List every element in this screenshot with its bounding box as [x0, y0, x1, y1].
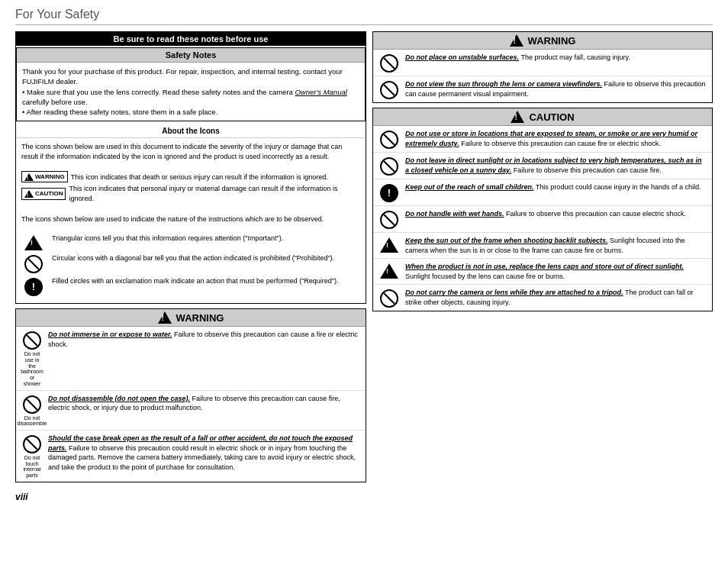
safety-notes-content: Thank you for your purchase of this prod… [17, 63, 365, 121]
caution-icon-3: ! [378, 182, 401, 202]
caution-triangle-6 [380, 263, 398, 279]
warning-bold-1: Do not immerse in or expose to water. [48, 331, 172, 338]
about-icons-body: The icons shown below are used in this d… [16, 138, 366, 303]
caution-desc: This icon indicates that personal injury… [69, 184, 360, 203]
caution-prohibited-7 [380, 289, 398, 308]
right-warning-text-2: Do not view the sun through the lens or … [405, 79, 707, 98]
safety-notes-bullets: Make sure that you use the lens correctl… [22, 87, 359, 118]
warning-triangle-icon [24, 173, 34, 181]
left-column: Be sure to read these notes before use S… [15, 31, 366, 487]
warning-text-3: Should the case break open as the result… [48, 434, 361, 472]
right-warning-text-1: Do not place on unstable surfaces. The p… [405, 53, 630, 63]
caution-header-label-right: CAUTION [529, 111, 574, 123]
caution-text-5: Keep the sun out of the frame when shoot… [405, 236, 707, 255]
prohibited-icon-w3 [23, 435, 41, 453]
caution-item-6: When the product is not in use, replace … [373, 259, 712, 285]
triangle-type-row: Triangular icons tell you that this info… [21, 234, 360, 250]
right-warning-bold-2: Do not view the sun through the lens or … [405, 80, 602, 88]
bullet-item-1: Make sure that you use the lens correctl… [22, 87, 359, 108]
right-warning-icon-1 [378, 53, 401, 73]
caution-text-1: Do not use or store in locations that ar… [405, 129, 707, 148]
right-warning-item-1: Do not place on unstable surfaces. The p… [373, 50, 712, 76]
warning-header-label-left: WARNING [176, 312, 224, 324]
caution-text-4: Do not handle with wet hands. Failure to… [405, 209, 686, 219]
caution-icon-6 [378, 262, 401, 279]
warning-badge: WARNING [21, 171, 68, 182]
caution-item-7: Do not carry the camera or lens while th… [373, 285, 712, 311]
caution-icon-7 [378, 288, 401, 308]
warning-item-2: Do not disassemble Do not disassemble (d… [16, 391, 366, 431]
warning-body-3: Failure to observe this precaution could… [48, 444, 356, 471]
caution-prohibited-2 [380, 157, 398, 176]
warning-icon-cell-2: Do not disassemble [21, 394, 43, 427]
caution-icon-2 [378, 156, 401, 176]
page-number: viii [15, 492, 713, 502]
caution-icon-4 [378, 209, 401, 229]
warning-header-icon-right [510, 34, 523, 47]
caution-icon-1 [378, 129, 401, 149]
about-icons-section: About the Icons The icons shown below ar… [16, 124, 366, 303]
warning-bold-2: Do not disassemble (do not open the case… [48, 395, 190, 402]
warning-section-left: WARNING Do not use in the bathroom or sh… [15, 308, 366, 482]
safety-notes-title: Safety Notes [17, 48, 365, 63]
triangle-icon-sm [24, 235, 43, 250]
warning-text-2: Do not disassemble (do not open the case… [48, 394, 361, 413]
warning-text-1: Do not immerse in or expose to water. Fa… [48, 330, 361, 349]
triangle-type-icon [21, 234, 46, 250]
triangle-desc: Triangular icons tell you that this info… [52, 234, 283, 244]
prohibited-icon-w1 [23, 331, 41, 350]
right-warning-item-2: Do not view the sun through the lens or … [373, 76, 712, 102]
right-column: WARNING Do not place on unstable surface… [372, 31, 713, 487]
required-type-row: ! Filled circles with an exclamation mar… [21, 276, 360, 296]
caution-item-3: ! Keep out of the reach of small childre… [373, 179, 712, 206]
warning-item-3: Do not touch internal parts Should the c… [16, 431, 366, 482]
caution-header-icon-right [511, 111, 524, 123]
caution-required-3: ! [380, 184, 398, 202]
caution-item-5: Keep the sun out of the frame when shoot… [373, 233, 712, 259]
caution-icon-5 [378, 236, 401, 253]
caution-prohibited-1 [380, 131, 398, 149]
warning-item-1: Do not use in the bathroom or shower Do … [16, 327, 366, 390]
right-warning-icon-2 [378, 79, 401, 99]
prohibited-subtext-w2: Do not disassemble [18, 415, 47, 427]
prohibited-icon-sm [24, 255, 43, 273]
caution-section-right: CAUTION Do not use or store in locations… [372, 108, 713, 311]
right-warning-body-1: The product may fall, causing injury. [519, 53, 630, 61]
caution-item-1: Do not use or store in locations that ar… [373, 126, 712, 153]
warning-badge-row: WARNING This icon indicates that death o… [21, 171, 360, 182]
right-prohibited-2 [380, 81, 398, 99]
warning-label: WARNING [35, 173, 65, 181]
page-title: For Your Safety [15, 8, 713, 25]
caution-text-6: When the product is not in use, replace … [405, 262, 707, 281]
warning-icon-cell-1: Do not use in the bathroom or shower [21, 330, 43, 386]
prohibited-type-row: Circular icons with a diagonal bar tell … [21, 253, 360, 273]
right-prohibited-1 [380, 54, 398, 73]
circle-desc: Circular icons with a diagonal bar tell … [52, 253, 334, 263]
safety-notes-text: Thank you for your purchase of this prod… [22, 66, 359, 87]
warning-section-right: WARNING Do not place on unstable surface… [372, 31, 713, 103]
warning-desc: This icon indicates that death or seriou… [71, 173, 328, 182]
caution-badge: CAUTION [21, 188, 66, 199]
prohibited-type-icon [21, 253, 46, 273]
prohibited-subtext-w3: Do not touch internal parts [21, 455, 43, 479]
caution-prohibited-4 [380, 211, 398, 229]
main-title: Be sure to read these notes before use [16, 32, 366, 46]
warning-header-right: WARNING [373, 32, 712, 50]
caution-triangle-5 [380, 237, 398, 253]
caution-text-7: Do not carry the camera or lens while th… [405, 288, 707, 307]
caution-badge-row: CAUTION This icon indicates that persona… [21, 184, 360, 203]
caution-item-2: Do not leave in direct sunlight or in lo… [373, 153, 712, 179]
caution-text-2: Do not leave in direct sunlight or in lo… [405, 156, 707, 175]
main-outer-box: Be sure to read these notes before use S… [15, 31, 366, 304]
bullet-item-2: After reading these safety notes, store … [22, 107, 359, 117]
required-icon-sm: ! [24, 278, 43, 296]
warning-header-icon-left [158, 311, 172, 324]
warning-header-left: WARNING [16, 309, 366, 327]
caution-header-right: CAUTION [373, 108, 712, 126]
caution-item-4: Do not handle with wet hands. Failure to… [373, 206, 712, 233]
caution-label: CAUTION [35, 189, 63, 198]
caution-text-3: Keep out of the reach of small children.… [405, 182, 701, 192]
about-icons-title: About the Icons [16, 124, 366, 138]
filled-circle-desc: Filled circles with an exclamation mark … [52, 276, 339, 286]
prohibited-subtext-w1: Do not use in the bathroom or shower [21, 351, 43, 386]
